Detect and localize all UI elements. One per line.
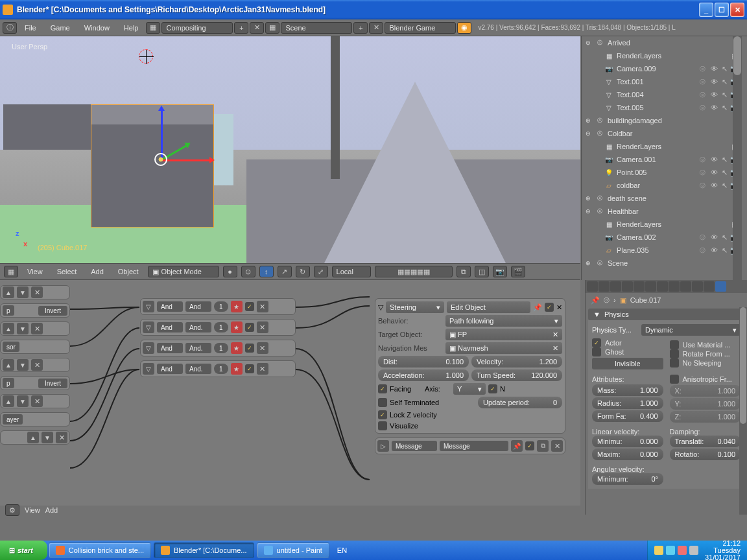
invert-button[interactable]: Invert bbox=[38, 379, 67, 388]
vp-menu-add[interactable]: Add bbox=[86, 266, 109, 277]
actuator-expand-icon[interactable]: ▷ bbox=[377, 440, 389, 452]
controller-expand-icon[interactable]: ▽ bbox=[143, 363, 154, 375]
tab-texture[interactable] bbox=[692, 281, 703, 292]
move-down-icon[interactable]: ▼ bbox=[17, 286, 29, 298]
outliner-item-renderlayers[interactable]: ▦ RenderLayers ▦ bbox=[582, 49, 742, 62]
outliner-item-camera-001[interactable]: 📷 Camera.001 ⦾ 👁↖📷 bbox=[582, 153, 742, 166]
outliner-item-coldbar[interactable]: ▱ coldbar ⦾ 👁↖📷 bbox=[582, 179, 742, 192]
message-special-icon[interactable]: ⧉ bbox=[537, 440, 549, 452]
controller-name-field[interactable]: And bbox=[185, 301, 211, 312]
use-material-checkbox[interactable] bbox=[670, 340, 679, 349]
anisotropic-checkbox[interactable] bbox=[670, 375, 679, 384]
actuator-name-field[interactable]: Edit Object bbox=[447, 301, 530, 313]
expand-icon[interactable]: ⊕ bbox=[584, 260, 592, 266]
controller-state-field[interactable]: 1 bbox=[214, 301, 228, 312]
manipulator-icon[interactable]: ↕ bbox=[259, 266, 274, 277]
controller-delete-icon[interactable]: ✕ bbox=[257, 321, 268, 333]
outliner-item-text-005[interactable]: ▽ Text.005 ⦾ 👁↖📷 bbox=[582, 101, 742, 114]
logic-editor[interactable]: ▲ ▼ ✕ p Invert ▲ ▼ ✕ sor ▲ ▼ ✕ p Invert … bbox=[0, 280, 580, 506]
outliner-item-text-004[interactable]: ▽ Text.004 ⦾ 👁↖📷 bbox=[582, 88, 742, 101]
controller-state-field[interactable]: 1 bbox=[214, 322, 228, 332]
render-engine-dropdown[interactable]: Blender Game bbox=[385, 22, 456, 34]
controller-active-checkbox[interactable] bbox=[245, 302, 254, 311]
controller-name-field[interactable]: And. bbox=[185, 322, 211, 332]
vp-menu-select[interactable]: Select bbox=[52, 266, 82, 277]
manipulator-scale-icon[interactable]: ⤢ bbox=[314, 266, 328, 277]
move-up-icon[interactable]: ▲ bbox=[3, 323, 14, 334]
taskbar-task-1[interactable]: Blender* [C:\Docume... bbox=[154, 542, 254, 558]
move-up-icon[interactable]: ▲ bbox=[3, 359, 14, 371]
minimize-button[interactable]: _ bbox=[699, 3, 713, 17]
tab-modifiers[interactable] bbox=[657, 281, 668, 292]
navmesh-field[interactable]: ▣ Navmesh✕ bbox=[445, 342, 562, 354]
layout-add-icon[interactable]: + bbox=[234, 22, 248, 34]
outliner-item-camera-002[interactable]: 📷 Camera.002 ⦾ 👁↖📷 bbox=[582, 231, 742, 244]
controller-name-field[interactable]: And. bbox=[185, 343, 211, 353]
tab-constraints[interactable] bbox=[645, 281, 656, 292]
priority-icon[interactable]: ★ bbox=[231, 342, 243, 354]
menu-game[interactable]: Game bbox=[44, 21, 77, 34]
actuator-type-dropdown[interactable]: Steering▾ bbox=[386, 301, 444, 313]
tab-object[interactable] bbox=[634, 281, 645, 292]
controller-expand-icon[interactable]: ▽ bbox=[143, 342, 154, 354]
scene-dropdown[interactable]: Scene bbox=[281, 22, 352, 34]
tab-particles[interactable] bbox=[704, 281, 715, 292]
move-up-icon[interactable]: ▲ bbox=[3, 395, 14, 407]
controller-active-checkbox[interactable] bbox=[245, 364, 254, 373]
outliner[interactable]: ⊖ ⦾ Arrived ▦ RenderLayers ▦ 📷 Camera.00… bbox=[581, 36, 742, 280]
render-border-icon[interactable]: ◫ bbox=[475, 266, 489, 277]
close-button[interactable]: ✕ bbox=[730, 3, 744, 17]
dist-field[interactable]: Dist:0.100 bbox=[378, 356, 469, 368]
tab-renderlayers[interactable] bbox=[599, 281, 610, 292]
radius-field[interactable]: Radius:1.000 bbox=[592, 397, 663, 409]
controller-type-dropdown[interactable]: And bbox=[157, 343, 183, 353]
brick-close-icon[interactable]: ✕ bbox=[31, 323, 43, 334]
mode-dropdown[interactable]: ▣ Object Mode bbox=[148, 266, 219, 277]
logic-menu-view[interactable]: View bbox=[25, 506, 40, 514]
priority-icon[interactable]: ★ bbox=[231, 321, 243, 333]
outliner-item-death-scene[interactable]: ⊕ ⦾ death scene bbox=[582, 192, 742, 205]
message-type-dropdown[interactable]: Message bbox=[392, 441, 437, 451]
vp-menu-object[interactable]: Object bbox=[113, 266, 144, 277]
pivot-icon[interactable]: ⊙ bbox=[241, 266, 255, 277]
message-name-field[interactable]: Message bbox=[440, 441, 508, 451]
outliner-item-camera-009[interactable]: 📷 Camera.009 ⦾ 👁↖📷 bbox=[582, 62, 742, 75]
controller-active-checkbox[interactable] bbox=[245, 344, 254, 353]
tray-icon-3[interactable] bbox=[678, 546, 687, 555]
expand-icon[interactable]: ⊖ bbox=[584, 130, 592, 137]
controller-type-dropdown[interactable]: And bbox=[157, 322, 183, 332]
ghost-checkbox[interactable] bbox=[592, 347, 601, 356]
move-down-icon[interactable]: ▼ bbox=[17, 323, 29, 334]
outliner-item-healthbar[interactable]: ⊖ ⦾ Healthbar bbox=[582, 205, 742, 218]
brick-close-icon[interactable]: ✕ bbox=[31, 359, 43, 371]
maximize-button[interactable]: ☐ bbox=[715, 3, 729, 17]
controller-expand-icon[interactable]: ▽ bbox=[143, 301, 154, 312]
outliner-scrollbar[interactable] bbox=[733, 36, 742, 280]
controller-name-field[interactable]: And. bbox=[185, 364, 211, 374]
start-button[interactable]: ⊞start bbox=[0, 541, 47, 560]
properties-scroll-thumb[interactable] bbox=[740, 307, 746, 424]
velocity-field[interactable]: Velocity:1.200 bbox=[471, 356, 562, 368]
menu-file[interactable]: File bbox=[18, 21, 43, 34]
sensor-move-buttons[interactable]: ▲ ▼ ✕ bbox=[0, 430, 70, 445]
blender-logo-icon[interactable]: ◉ bbox=[457, 22, 471, 34]
vp-menu-view[interactable]: View bbox=[22, 266, 48, 277]
outliner-item-scene[interactable]: ⊕ ⦾ Scene bbox=[582, 257, 742, 270]
controller-type-dropdown[interactable]: And bbox=[157, 364, 183, 374]
screen-layout-dropdown[interactable]: Compositing bbox=[161, 22, 233, 34]
tab-physics[interactable] bbox=[715, 281, 726, 292]
visualize-checkbox[interactable] bbox=[378, 421, 387, 430]
tray-clock[interactable]: 21:12 Tuesday 31/01/2017 bbox=[705, 540, 741, 561]
rotate-from-checkbox[interactable] bbox=[670, 349, 679, 358]
expand-icon[interactable]: ⊖ bbox=[584, 40, 592, 46]
angvel-min-field[interactable]: Minimum:0° bbox=[592, 473, 663, 485]
formfactor-field[interactable]: Form Fa:0.400 bbox=[592, 410, 663, 422]
selfterminated-checkbox[interactable] bbox=[378, 398, 387, 407]
manipulator-translate-icon[interactable]: ↗ bbox=[278, 266, 292, 277]
opengl-anim-icon[interactable]: 🎬 bbox=[511, 266, 525, 277]
message-active-checkbox[interactable] bbox=[525, 441, 534, 450]
linvel-min-field[interactable]: Minimu:0.000 bbox=[592, 436, 663, 447]
controller-active-checkbox[interactable] bbox=[245, 323, 254, 332]
behavior-dropdown[interactable]: Path following▾ bbox=[445, 315, 562, 327]
tab-render[interactable] bbox=[587, 281, 598, 292]
